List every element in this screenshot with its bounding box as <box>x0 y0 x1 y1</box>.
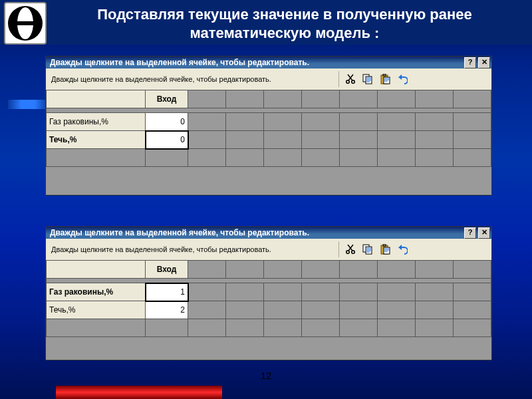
panel-2-grid: Вход Газ раковины,%1 Течь,%2 <box>46 260 491 360</box>
table-row: Газ раковины,%1 <box>47 283 491 301</box>
table-header-row: Вход <box>47 90 491 108</box>
panel-1-toolbar: Дважды щелкните на выделенной ячейке, чт… <box>46 68 491 90</box>
panel-2-title: Дважды щелкните на выделенной ячейке, чт… <box>50 228 309 237</box>
panel-2-toolbar: Дважды щелкните на выделенной ячейке, чт… <box>46 239 491 261</box>
slide-header: Подставляя текущие значение в полученную… <box>0 0 532 45</box>
cut-icon[interactable] <box>344 243 356 255</box>
svg-rect-2 <box>12 21 39 25</box>
col-header: Вход <box>146 90 188 108</box>
decorative-red-bar <box>56 386 222 399</box>
help-button[interactable]: ? <box>464 57 476 68</box>
row-value[interactable]: 2 <box>146 301 188 319</box>
row-label: Течь,% <box>47 301 146 319</box>
row-label: Газ раковины,% <box>47 113 146 131</box>
copy-icon[interactable] <box>362 73 374 85</box>
row-value[interactable]: 0 <box>146 113 188 131</box>
row-value[interactable]: 1 <box>146 283 188 301</box>
logo-icon <box>4 2 47 45</box>
row-label: Течь,% <box>47 131 146 149</box>
close-button[interactable]: ✕ <box>478 57 490 68</box>
slide-title: Подставляя текущие значение в полученную… <box>51 0 532 42</box>
table-row <box>47 319 491 337</box>
col-header: Вход <box>146 261 188 279</box>
undo-icon[interactable] <box>396 73 408 85</box>
row-label: Газ раковины,% <box>47 283 146 301</box>
decorative-bar <box>8 100 48 109</box>
help-button[interactable]: ? <box>464 227 476 239</box>
svg-rect-8 <box>383 74 386 76</box>
row-value[interactable]: 0 <box>146 131 188 149</box>
panel-1: Дважды щелкните на выделенной ячейке, чт… <box>45 56 492 196</box>
panel-1-titlebar: Дважды щелкните на выделенной ячейке, чт… <box>46 57 491 68</box>
paste-icon[interactable] <box>379 73 391 85</box>
slide-number: 12 <box>0 370 532 381</box>
svg-rect-15 <box>383 244 386 246</box>
spacer-row <box>47 279 491 283</box>
close-button[interactable]: ✕ <box>478 227 490 239</box>
table-row: Газ раковины,%0 <box>47 113 491 131</box>
panel-2-toolbar-text: Дважды щелкните на выделенной ячейке, чт… <box>51 245 331 253</box>
spacer-row <box>47 108 491 113</box>
table-row <box>47 149 491 167</box>
panel-1-grid: Вход Газ раковины,%0 Течь,%0 <box>46 90 491 195</box>
panel-1-title: Дважды щелкните на выделенной ячейке, чт… <box>50 58 309 67</box>
copy-icon[interactable] <box>362 243 374 255</box>
panel-2-titlebar: Дважды щелкните на выделенной ячейке, чт… <box>46 227 491 239</box>
table-header-row: Вход <box>47 261 491 279</box>
cut-icon[interactable] <box>344 73 356 85</box>
undo-icon[interactable] <box>396 243 408 255</box>
table-row: Течь,%0 <box>47 131 491 149</box>
paste-icon[interactable] <box>379 243 391 255</box>
panel-1-toolbar-text: Дважды щелкните на выделенной ячейке, чт… <box>51 75 331 83</box>
table-row: Течь,%2 <box>47 301 491 319</box>
panel-2: Дважды щелкните на выделенной ячейке, чт… <box>45 226 492 360</box>
